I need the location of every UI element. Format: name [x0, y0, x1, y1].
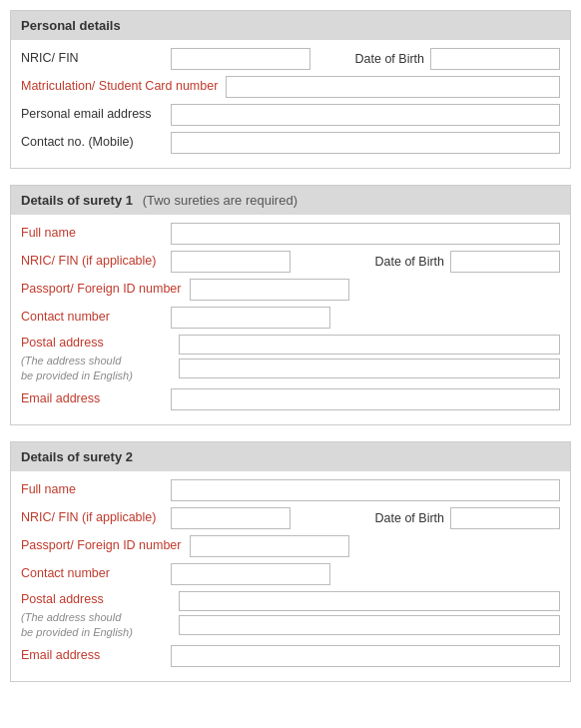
surety2-dob-input[interactable]: [450, 507, 560, 529]
nric-input[interactable]: [171, 48, 310, 70]
surety2-dob-group: Date of Birth: [375, 507, 560, 529]
surety1-postal-input1[interactable]: [179, 335, 560, 355]
personal-details-section: Personal details NRIC/ FIN Date of Birth…: [10, 10, 571, 169]
nric-dob-row: NRIC/ FIN Date of Birth: [21, 48, 560, 70]
surety1-contact-label: Contact number: [21, 309, 171, 327]
surety1-passport-row: Passport/ Foreign ID number: [21, 279, 560, 301]
surety2-fullname-input[interactable]: [171, 479, 560, 501]
personal-details-title: Personal details: [21, 18, 121, 33]
surety1-subtitle: (Two sureties are required): [143, 193, 297, 208]
surety2-nric-label: NRIC/ FIN (if applicable): [21, 509, 171, 527]
surety2-contact-row: Contact number: [21, 563, 560, 585]
surety1-email-label: Email address: [21, 390, 171, 408]
surety2-email-row: Email address: [21, 645, 560, 667]
surety2-email-input[interactable]: [171, 645, 560, 667]
personal-details-body: NRIC/ FIN Date of Birth Matriculation/ S…: [11, 40, 570, 168]
surety2-header: Details of surety 2: [11, 442, 570, 471]
surety1-section: Details of surety 1 (Two sureties are re…: [10, 185, 571, 425]
dob-label: Date of Birth: [355, 52, 424, 66]
dob-input[interactable]: [430, 48, 560, 70]
matric-label: Matriculation/ Student Card number: [21, 78, 226, 96]
surety2-nric-input[interactable]: [171, 507, 290, 529]
surety2-fullname-row: Full name: [21, 479, 560, 501]
surety2-passport-label: Passport/ Foreign ID number: [21, 537, 190, 555]
email-label: Personal email address: [21, 106, 171, 124]
surety2-postal-note1: (The address should: [21, 611, 121, 623]
surety1-fullname-label: Full name: [21, 225, 171, 243]
surety1-dob-label: Date of Birth: [375, 255, 444, 269]
surety2-postal-inputs: [179, 591, 560, 635]
surety1-email-input[interactable]: [171, 388, 560, 410]
surety2-email-label: Email address: [21, 647, 171, 665]
surety2-contact-label: Contact number: [21, 565, 171, 583]
surety2-contact-input[interactable]: [171, 563, 330, 585]
surety1-fullname-input[interactable]: [171, 223, 560, 245]
surety1-nric-left: NRIC/ FIN (if applicable): [21, 251, 365, 273]
surety2-postal-input1[interactable]: [179, 591, 560, 611]
surety1-postal-input2[interactable]: [179, 359, 560, 378]
contact-input[interactable]: [171, 132, 560, 154]
surety2-postal-note2: be provided in English): [21, 626, 133, 638]
surety2-dob-label: Date of Birth: [375, 511, 444, 525]
contact-row: Contact no. (Mobile): [21, 132, 560, 154]
nric-left-group: NRIC/ FIN: [21, 48, 345, 70]
surety1-title: Details of surety 1: [21, 193, 133, 208]
surety2-nric-dob-row: NRIC/ FIN (if applicable) Date of Birth: [21, 507, 560, 529]
surety2-postal-input2[interactable]: [179, 615, 560, 635]
surety1-postal-label-block: Postal address (The address should be pr…: [21, 335, 179, 382]
surety1-header: Details of surety 1 (Two sureties are re…: [11, 186, 570, 215]
surety1-passport-label: Passport/ Foreign ID number: [21, 281, 190, 299]
surety1-nric-input[interactable]: [171, 251, 290, 273]
surety1-contact-input[interactable]: [171, 307, 330, 329]
surety2-nric-left: NRIC/ FIN (if applicable): [21, 507, 365, 529]
surety1-passport-input[interactable]: [190, 279, 349, 301]
surety1-dob-group: Date of Birth: [375, 251, 560, 273]
surety2-fullname-label: Full name: [21, 481, 171, 499]
surety1-postal-inputs: [179, 335, 560, 378]
surety1-dob-input[interactable]: [450, 251, 560, 273]
surety1-nric-label: NRIC/ FIN (if applicable): [21, 253, 171, 271]
surety2-title: Details of surety 2: [21, 449, 133, 464]
matric-input[interactable]: [226, 76, 560, 98]
surety2-passport-input[interactable]: [190, 535, 349, 557]
surety2-postal-label: Postal address: [21, 591, 171, 609]
surety2-passport-row: Passport/ Foreign ID number: [21, 535, 560, 557]
surety2-postal-row: Postal address (The address should be pr…: [21, 591, 560, 639]
dob-group: Date of Birth: [355, 48, 560, 70]
nric-label: NRIC/ FIN: [21, 50, 171, 68]
surety1-email-row: Email address: [21, 388, 560, 410]
surety1-body: Full name NRIC/ FIN (if applicable) Date…: [11, 215, 570, 424]
email-input[interactable]: [171, 104, 560, 126]
surety2-body: Full name NRIC/ FIN (if applicable) Date…: [11, 471, 570, 681]
surety1-postal-note1: (The address should: [21, 355, 121, 366]
matric-row: Matriculation/ Student Card number: [21, 76, 560, 98]
personal-details-header: Personal details: [11, 11, 570, 40]
surety1-postal-label: Postal address: [21, 335, 171, 353]
surety2-postal-label-block: Postal address (The address should be pr…: [21, 591, 179, 639]
surety1-fullname-row: Full name: [21, 223, 560, 245]
surety2-section: Details of surety 2 Full name NRIC/ FIN …: [10, 441, 571, 682]
surety1-postal-note2: be provided in English): [21, 369, 133, 381]
surety1-postal-row: Postal address (The address should be pr…: [21, 335, 560, 382]
surety1-contact-row: Contact number: [21, 307, 560, 329]
email-row: Personal email address: [21, 104, 560, 126]
contact-label: Contact no. (Mobile): [21, 134, 171, 152]
surety1-nric-dob-row: NRIC/ FIN (if applicable) Date of Birth: [21, 251, 560, 273]
